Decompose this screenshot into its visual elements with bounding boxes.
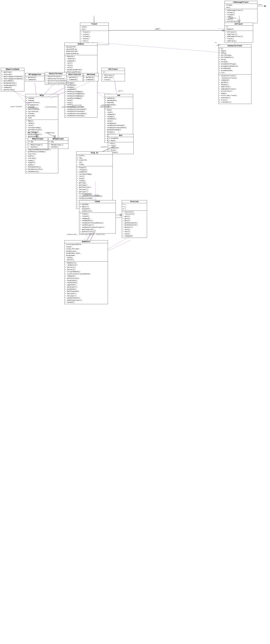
CISAP-attrs: # depthNC_ # depth_P_ - pluginPtr_ - nod… xyxy=(79,203,115,213)
PktTracer-attrs: -tr_ xyxy=(102,71,125,74)
propagation-label: _propagation_ xyxy=(27,107,39,109)
svg-line-22 xyxy=(104,240,130,252)
Bin-title: Bin xyxy=(108,134,133,137)
MCorrelation-methods: + getGain() + command() xyxy=(67,76,83,81)
next-label-right: next_ xyxy=(258,4,263,6)
svg-line-12 xyxy=(97,92,111,94)
CIMessageTracer-title: CIMessageTracer xyxy=(225,1,257,4)
MPhyTxTimer-box: MPhyTxTimer # phy + MPhyTxTimer() + hand… xyxy=(28,138,48,149)
MCorrelation-title: MCorrelation xyxy=(67,73,83,76)
MPhyRxTimer-methods: + MPhyRxTimer() + handle() xyxy=(48,144,68,149)
Bin-box: Bin # preamble_ # depth_ + Bin() + ~Bin(… xyxy=(108,134,134,154)
tr-module-label: -tr_ xyxy=(214,42,218,44)
Bin-attrs: # preamble_ # depth_ xyxy=(108,137,133,142)
ConnectorTrace-title: ConnectorTrace xyxy=(219,44,251,47)
PlugIn-attrs: # binPtr_ # tag_ # uLayerId_ - uid_ - cl… xyxy=(76,154,113,166)
rxtBmerphy-label: _rxtBmerphy xyxy=(44,132,55,134)
MPropagation-methods: + getGain() + command() xyxy=(25,76,44,81)
Position-box: Position # x_ # y_ # z_ + Position() + ~… xyxy=(122,200,147,238)
phy-txBimer-label: phy_txBimer xyxy=(27,132,38,134)
NodeCore-attrs: -crossLayerSAPlst_ -nLayer_ -clsap_PerLa… xyxy=(64,243,108,262)
next-tracer-label: next_ xyxy=(155,28,160,30)
ConnectorTrace-box: ConnectorTrace # pt_ # depth_ # debug_ #… xyxy=(218,44,251,104)
CISAP-box: CISAP # depthNC_ # depth_P_ - pluginPtr_… xyxy=(79,200,116,234)
Tracer-box: Tracer -level_ -next_ + Tracer() + trace… xyxy=(80,23,109,45)
MPropagation-box: MPropagation + getGain() + command() xyxy=(25,73,44,81)
uml-diagram: next_ xyxy=(0,0,270,644)
MSpectralMask-methods: + getFreq() + setFreq() + getPropagation… xyxy=(1,71,24,91)
NodeCore-box: NodeCore -crossLayerSAPlst_ -nLayer_ -cl… xyxy=(64,240,108,304)
MPhyTxTimer-methods: + MPhyTxTimer() + handle() xyxy=(28,144,48,149)
svg-marker-28 xyxy=(265,5,266,7)
MAntenna-box: MAntenna + getGain() + command() xyxy=(83,73,99,81)
NodeCore-methods: + NodeCore() + ~NodeCore() + battery() +… xyxy=(64,262,108,304)
PktTracer-box: PktTracer -tr_ + PktTracer() + addTrace(… xyxy=(101,68,125,81)
ConnectorTrace-attrs: # pt_ # depth_ # debug_ # dirToPlugin_ #… xyxy=(219,47,251,74)
Module-attrs: -upLayerSAP_ -upLaySAMrum_ -downLayerSAP… xyxy=(64,46,97,55)
Position-methods: + Position() + ~Position() + getX() + ge… xyxy=(122,211,147,238)
svg-marker-31 xyxy=(223,30,225,31)
CIMessageTracer-box: CIMessageTracer -ciType_ -next_ + CIMess… xyxy=(225,1,258,23)
ConnectorTrace-methods: + ConnectorTrace() - ~ConnectorTrace() +… xyxy=(219,74,251,104)
PktTracer-title: PktTracer xyxy=(102,68,125,71)
NodeCore-title: NodeCore xyxy=(64,240,108,243)
nodeCorePtr-label: _nodeCorePtr__crossLayerSAPlst__rpositio… xyxy=(66,234,106,236)
spectralmask-label: _spectralmask_ xyxy=(9,106,23,108)
Module-methods: + Module() + ~Module() + command() + rec… xyxy=(64,55,97,117)
Position-attrs: # x_ # y_ # z_ xyxy=(122,203,147,211)
CITracer-attrs: -tr_ -commonTr_ xyxy=(225,26,253,31)
svg-marker-49 xyxy=(120,214,122,216)
upLayerSAP-label: upLayerSAP_downLayerSAP_ xyxy=(72,104,84,108)
Tracer-attrs: -level_ -next_ xyxy=(80,26,109,31)
MSpectralMask-title: MSpectralMask xyxy=(1,68,24,71)
CISAP-methods: + CISAP() + ~CISAP() + command() + sendM… xyxy=(79,213,115,233)
MAntenna-title: MAntenna xyxy=(83,73,98,76)
MAntenna-methods: + getGain() + command() xyxy=(83,76,98,81)
Tracer-title: Tracer xyxy=(80,23,109,26)
CITracer-box: CITracer -tr_ -commonTr_ + CITracer() + … xyxy=(225,23,253,43)
correlation-label: _correlation_ xyxy=(61,106,73,108)
MInterference-box: MInterference + MInterference() + addToI… xyxy=(45,72,67,85)
svg-line-32 xyxy=(97,43,218,52)
MInterference-title: MInterference xyxy=(45,72,66,75)
CIMessageTracer-attrs: -ciType_ -next_ xyxy=(225,4,257,9)
MSpectralMask-box: MSpectralMask + getFreq() + setFreq() + … xyxy=(1,68,24,92)
MPhyRxTimer-attrs: # phy xyxy=(48,140,68,144)
MPhyRxTimer-title: MPhyRxTimer xyxy=(48,138,68,140)
MPhyTxTimer-attrs: # phy xyxy=(28,140,48,144)
CITracer-title: CITracer xyxy=(225,23,253,26)
MCorrelation-box: MCorrelation + getGain() + command() xyxy=(66,73,83,81)
svg-line-7 xyxy=(12,90,27,98)
CISAP-title: CISAP xyxy=(79,200,115,203)
PktTracer-methods: + PktTracer() + addTrace() + trace() xyxy=(102,74,125,81)
CITracer-methods: + CITracer() + addTracer() + addCommonTr… xyxy=(225,31,253,42)
binPtr-label: _/binPtr_ xyxy=(100,146,109,148)
tr-commonTr-label: tr_commonTr_ xyxy=(229,16,237,19)
PlugIn-title: Plug In xyxy=(76,152,113,154)
MInterference-methods: + MInterference() + addToInterference() … xyxy=(45,75,66,84)
MPhyRxTimer-box: MPhyRxTimer # phy + MPhyRxTimer() + hand… xyxy=(48,138,68,149)
SAP-title: SAP xyxy=(105,94,133,97)
MPhyTxTimer-title: MPhyTxTimer xyxy=(28,138,48,140)
Module-title: Module xyxy=(64,43,97,46)
Position-title: Position xyxy=(122,200,147,203)
MPhy-title: MPhy xyxy=(25,94,58,97)
interference-label: _interference_ xyxy=(44,106,58,108)
MPropagation-title: MPropagation xyxy=(25,73,44,76)
pktTr-label: _pktTr_ xyxy=(117,90,124,92)
upModule-label: _upModule_downModule_ xyxy=(100,104,110,108)
pluginPtr-clsap-label: _pluginPtr__clsap_ xyxy=(83,194,100,196)
svg-line-39 xyxy=(97,92,104,98)
icTr-label: _icTr_ xyxy=(216,44,221,46)
